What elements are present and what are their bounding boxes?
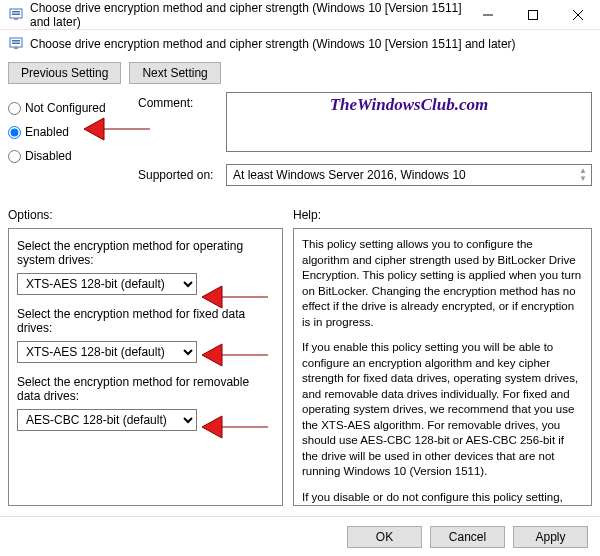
help-header: Help: [293,208,592,228]
radio-disabled[interactable]: Disabled [8,146,138,166]
option-fixed-label: Select the encryption method for fixed d… [17,307,274,335]
radio-enabled[interactable]: Enabled [8,122,138,142]
radio-not-configured-label: Not Configured [25,101,106,115]
svg-rect-4 [528,10,537,19]
close-button[interactable] [555,0,600,30]
titlebar: Choose drive encryption method and ciphe… [0,0,600,30]
option-removable-label: Select the encryption method for removab… [17,375,274,403]
nav-row: Previous Setting Next Setting [0,58,600,92]
ok-button[interactable]: OK [347,526,422,548]
comment-textarea[interactable]: TheWindowsClub.com [226,92,592,152]
radio-not-configured[interactable]: Not Configured [8,98,138,118]
cancel-button[interactable]: Cancel [430,526,505,548]
radio-enabled-input[interactable] [8,126,21,139]
previous-setting-button[interactable]: Previous Setting [8,62,121,84]
radio-enabled-label: Enabled [25,125,69,139]
state-radio-group: Not Configured Enabled Disabled [8,92,138,170]
options-header: Options: [8,208,283,228]
apply-button[interactable]: Apply [513,526,588,548]
help-p3: If you disable or do not configure this … [302,490,583,506]
help-p1: This policy setting allows you to config… [302,237,583,330]
radio-disabled-input[interactable] [8,150,21,163]
next-setting-button[interactable]: Next Setting [129,62,220,84]
option-fixed-select[interactable]: XTS-AES 128-bit (default) [17,341,197,363]
option-os-label: Select the encryption method for operati… [17,239,274,267]
scroll-hint-icon: ▲▼ [579,167,587,183]
supported-on-label: Supported on: [138,164,220,182]
option-removable-select[interactable]: AES-CBC 128-bit (default) [17,409,197,431]
svg-rect-3 [14,18,18,20]
window-title: Choose drive encryption method and ciphe… [30,1,465,29]
help-content[interactable]: This policy setting allows you to config… [293,228,592,506]
option-os-select[interactable]: XTS-AES 128-bit (default) [17,273,197,295]
minimize-button[interactable] [465,0,510,30]
options-pane: Options: Select the encryption method fo… [8,208,283,506]
svg-rect-7 [12,43,20,45]
supported-on-value: At least Windows Server 2016, Windows 10 [233,168,466,182]
svg-rect-6 [12,40,20,42]
policy-icon [8,36,24,52]
maximize-button[interactable] [510,0,555,30]
help-p2: If you enable this policy setting you wi… [302,340,583,480]
svg-rect-1 [12,11,20,13]
app-icon [8,7,24,23]
radio-disabled-label: Disabled [25,149,72,163]
svg-rect-8 [14,47,18,49]
header-title: Choose drive encryption method and ciphe… [30,37,516,51]
svg-rect-2 [12,13,20,15]
comment-label: Comment: [138,92,220,110]
options-content: Select the encryption method for operati… [8,228,283,506]
supported-on-field: At least Windows Server 2016, Windows 10… [226,164,592,186]
help-pane: Help: This policy setting allows you to … [293,208,592,506]
footer: OK Cancel Apply [0,516,600,556]
radio-not-configured-input[interactable] [8,102,21,115]
header: Choose drive encryption method and ciphe… [0,30,600,58]
